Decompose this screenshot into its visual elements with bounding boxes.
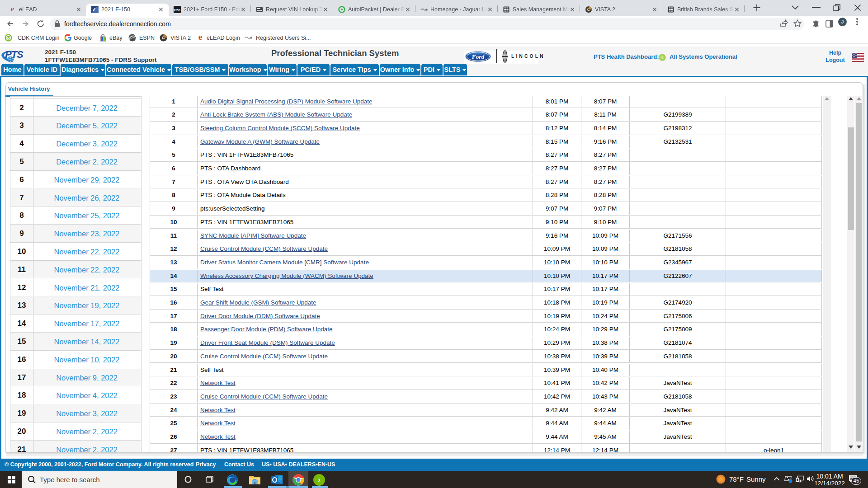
svg-text:PTS: PTS — [5, 49, 24, 60]
svg-text:F50: F50 — [174, 8, 180, 12]
svg-text:Ford: Ford — [472, 53, 485, 60]
